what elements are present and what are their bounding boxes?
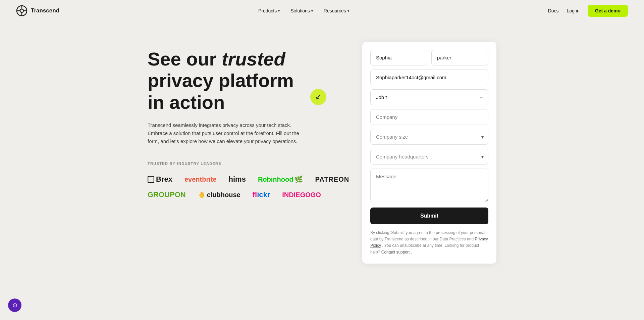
company-size-select[interactable]: Company size 1-10 11-50 51-200 201-500 5…: [370, 129, 488, 145]
logos-row-1: Brex eventbrite hims Robinhood 🌿 PATREON: [148, 175, 335, 184]
main-content: See our trusted privacy platformin actio…: [87, 21, 557, 284]
company-input[interactable]: [370, 109, 488, 125]
hero-title: See our trusted privacy platformin actio…: [148, 48, 335, 113]
hero-description: Transcend seamlessly integrates privacy …: [148, 121, 309, 145]
right-section: ← Company size 1-10 11-50 51-200 201-500…: [362, 42, 496, 264]
company-size-group: Company size 1-10 11-50 51-200 201-500 5…: [370, 129, 488, 145]
last-name-group: [431, 50, 488, 65]
chevron-down-icon: ▾: [311, 9, 313, 13]
navbar: Transcend Products ▾ Solutions ▾ Resourc…: [0, 0, 644, 21]
logo[interactable]: Transcend: [16, 5, 59, 16]
nav-solutions[interactable]: Solutions ▾: [286, 5, 318, 16]
logo-icon: [16, 5, 28, 16]
job-title-group: ←: [370, 89, 488, 105]
email-input[interactable]: [370, 70, 488, 85]
get-demo-button[interactable]: Get a demo: [588, 5, 628, 17]
last-name-input[interactable]: [431, 50, 488, 65]
trusted-label: TRUSTED BY INDUSTRY LEADERS: [148, 162, 335, 166]
groupon-logo: GROUPON: [148, 190, 186, 199]
nav-right: Docs Log in Get a demo: [548, 5, 628, 17]
message-textarea[interactable]: [370, 169, 488, 202]
patreon-logo: PATREON: [315, 176, 349, 183]
logos-row-2: GROUPON 🤚 clubhouse flickr INDIEGOGO: [148, 190, 335, 199]
job-title-input[interactable]: [370, 89, 488, 105]
logo-text: Transcend: [31, 7, 59, 14]
login-link[interactable]: Log in: [567, 8, 580, 13]
chevron-down-icon: ▾: [278, 9, 280, 13]
first-name-group: [370, 50, 427, 65]
robinhood-logo: Robinhood 🌿: [258, 175, 303, 183]
privacy-icon: ⊙: [12, 302, 17, 309]
nav-center: Products ▾ Solutions ▾ Resources ▾: [254, 5, 354, 16]
clubhouse-logo: 🤚 clubhouse: [198, 191, 240, 199]
nav-resources[interactable]: Resources ▾: [319, 5, 354, 16]
company-hq-group: Company headquarters United States Unite…: [370, 149, 488, 165]
flickr-logo: flickr: [253, 190, 270, 199]
job-title-clear-button[interactable]: ←: [479, 94, 484, 100]
indiegogo-logo: INDIEGOGO: [282, 191, 321, 199]
company-hq-select[interactable]: Company headquarters United States Unite…: [370, 149, 488, 165]
contact-support-link[interactable]: Contact support: [381, 250, 410, 255]
name-row: [370, 50, 488, 65]
svg-point-1: [20, 9, 23, 12]
chevron-down-icon: ▾: [347, 9, 349, 13]
brex-logo: Brex: [148, 175, 172, 184]
privacy-widget[interactable]: ⊙: [8, 299, 21, 312]
submit-button[interactable]: Submit: [370, 208, 488, 224]
first-name-input[interactable]: [370, 50, 427, 65]
left-section: See our trusted privacy platformin actio…: [148, 42, 335, 199]
svg-rect-6: [148, 176, 154, 182]
logos-grid: Brex eventbrite hims Robinhood 🌿 PATREON…: [148, 175, 335, 199]
eventbrite-logo: eventbrite: [184, 176, 217, 183]
form-card: ← Company size 1-10 11-50 51-200 201-500…: [362, 42, 496, 264]
brex-icon: [148, 176, 154, 183]
nav-products[interactable]: Products ▾: [254, 5, 284, 16]
hims-logo: hims: [229, 175, 246, 184]
docs-link[interactable]: Docs: [548, 8, 559, 13]
form-disclaimer: By clicking 'Submit' you agree to the pr…: [370, 230, 488, 256]
